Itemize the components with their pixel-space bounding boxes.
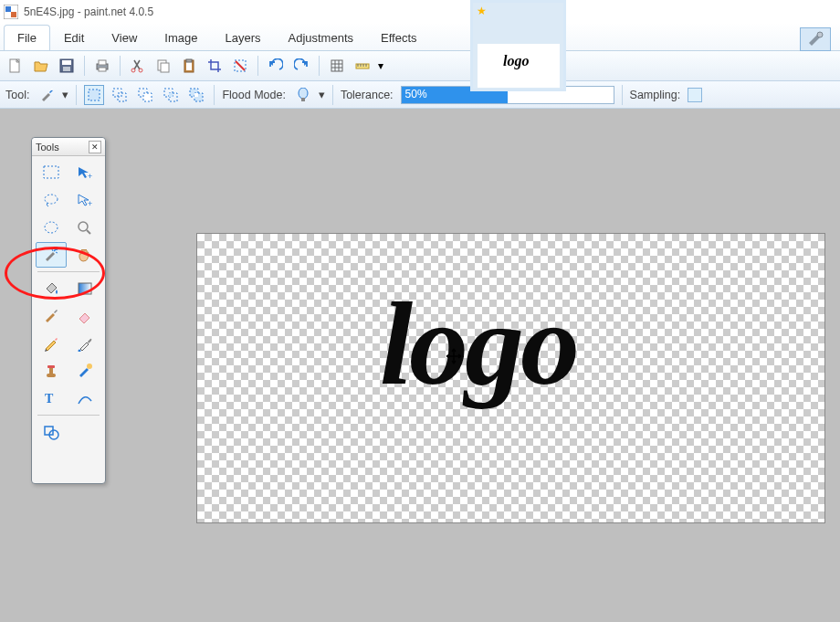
image-thumbnail-selector[interactable]: ★ logo	[470, 0, 566, 91]
lasso-select-tool[interactable]	[36, 187, 67, 213]
save-button[interactable]	[57, 56, 77, 76]
ruler-button[interactable]	[352, 56, 373, 76]
selection-intersect-button[interactable]	[161, 85, 181, 105]
sampling-swatch-button[interactable]	[688, 88, 702, 102]
svg-rect-17	[186, 59, 192, 62]
tools-grid: + + T	[32, 156, 105, 448]
text-tool[interactable]: T	[36, 385, 67, 411]
separator	[214, 85, 215, 105]
print-button[interactable]	[92, 56, 112, 76]
color-picker-tool[interactable]	[69, 331, 100, 356]
svg-rect-6	[62, 60, 71, 65]
deselect-button[interactable]	[230, 56, 250, 76]
undo-button[interactable]	[266, 56, 286, 76]
main-toolbar: ▾	[0, 50, 840, 81]
tools-window-close-button[interactable]: ✕	[89, 141, 101, 153]
current-tool-icon[interactable]	[37, 85, 57, 105]
selection-replace-button[interactable]	[84, 85, 104, 105]
gradient-tool[interactable]	[69, 276, 100, 301]
canvas-content: logo	[197, 234, 824, 522]
separator	[622, 85, 623, 105]
move-selected-pixels-tool[interactable]: +	[69, 160, 100, 185]
tools-window-titlebar[interactable]: Tools ✕	[32, 138, 105, 156]
selection-subtract-button[interactable]	[135, 85, 155, 105]
svg-point-3	[817, 32, 823, 37]
selection-xor-button[interactable]	[186, 85, 206, 105]
canvas[interactable]: logo	[197, 234, 824, 522]
flood-mode-label: Flood Mode:	[222, 89, 285, 101]
grid-button[interactable]	[327, 56, 347, 76]
svg-point-55	[79, 350, 81, 353]
svg-rect-7	[63, 67, 70, 71]
menu-bar: File Edit View Image Layers Adjustments …	[0, 23, 840, 50]
clone-stamp-tool[interactable]	[36, 358, 67, 384]
svg-point-51	[79, 222, 88, 231]
tools-window[interactable]: Tools ✕ + + T	[31, 137, 106, 484]
window-title: 5nE4S.jpg - paint.net 4.0.5	[24, 5, 153, 18]
flood-mode-dropdown-arrow[interactable]: ▾	[319, 88, 325, 101]
rectangle-select-tool[interactable]	[36, 160, 67, 185]
thumbnail-text: logo	[503, 53, 529, 69]
menu-view[interactable]: View	[98, 25, 151, 50]
unsaved-star-icon: ★	[477, 5, 487, 17]
line-curve-tool[interactable]	[69, 385, 100, 411]
shapes-tool[interactable]	[36, 419, 67, 445]
menu-file[interactable]: File	[4, 25, 50, 50]
svg-line-52	[87, 230, 90, 234]
menu-adjustments[interactable]: Adjustments	[274, 25, 367, 50]
menu-edit[interactable]: Edit	[50, 25, 98, 50]
open-button[interactable]	[31, 56, 51, 76]
tool-label: Tool:	[5, 89, 29, 101]
eraser-tool[interactable]	[69, 303, 100, 329]
svg-rect-9	[99, 60, 106, 65]
separator	[84, 56, 85, 76]
thumbnail-preview: logo	[478, 44, 560, 88]
settings-button[interactable]	[800, 27, 831, 51]
move-cursor-icon	[446, 348, 462, 364]
copy-button[interactable]	[153, 56, 173, 76]
svg-rect-54	[79, 283, 91, 294]
separator	[332, 85, 333, 105]
menu-image[interactable]: Image	[151, 25, 211, 50]
new-button[interactable]	[5, 56, 26, 76]
zoom-tool[interactable]	[69, 215, 100, 240]
pan-tool[interactable]	[69, 242, 100, 268]
sampling-label: Sampling:	[630, 89, 681, 101]
svg-text:+: +	[88, 199, 92, 208]
app-icon	[4, 5, 18, 19]
ellipse-select-tool[interactable]	[36, 215, 67, 240]
tool-dropdown-arrow[interactable]: ▾	[62, 88, 68, 101]
svg-rect-1	[5, 6, 11, 12]
tools-window-title: Tools	[36, 142, 59, 153]
redo-button[interactable]	[291, 56, 311, 76]
svg-point-30	[51, 89, 53, 90]
paintbrush-tool[interactable]	[36, 303, 67, 329]
dropdown-arrow[interactable]: ▾	[378, 59, 381, 72]
flood-mode-button[interactable]	[293, 85, 313, 105]
selection-add-button[interactable]	[110, 85, 130, 105]
svg-rect-20	[331, 60, 342, 71]
separator	[76, 85, 77, 105]
pencil-tool[interactable]	[36, 331, 67, 356]
svg-rect-41	[194, 93, 198, 97]
magic-wand-tool[interactable]	[36, 242, 67, 268]
svg-rect-10	[99, 68, 106, 71]
menu-effects[interactable]: Effects	[367, 25, 431, 50]
paste-button[interactable]	[179, 56, 199, 76]
svg-rect-35	[143, 93, 152, 101]
separator	[120, 56, 121, 76]
svg-point-50	[45, 222, 58, 233]
crop-button[interactable]	[205, 56, 225, 76]
svg-rect-16	[186, 62, 192, 70]
menu-layers[interactable]: Layers	[211, 25, 274, 50]
svg-rect-43	[301, 98, 305, 101]
separator	[319, 56, 320, 76]
move-selection-tool[interactable]: +	[69, 187, 100, 213]
svg-point-12	[139, 69, 142, 72]
paint-bucket-tool[interactable]	[36, 276, 67, 301]
cut-button[interactable]	[128, 56, 148, 76]
title-bar: 5nE4S.jpg - paint.net 4.0.5	[0, 0, 840, 23]
svg-line-19	[236, 61, 245, 70]
recolor-tool[interactable]	[69, 358, 100, 384]
svg-point-53	[56, 248, 58, 250]
